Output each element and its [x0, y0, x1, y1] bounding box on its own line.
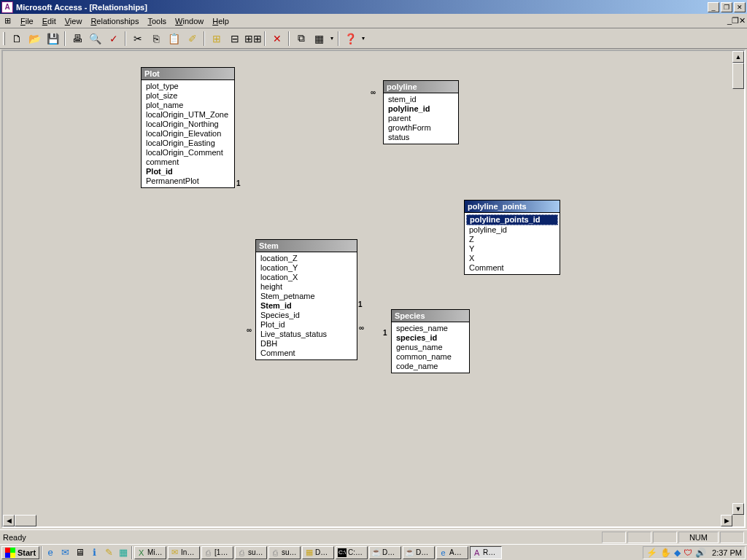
scroll-up-button[interactable]: ▲	[732, 51, 744, 63]
field-location-x[interactable]: location_X	[256, 273, 357, 282]
field-species-id[interactable]: Species_id	[256, 311, 357, 320]
field-stem-petname[interactable]: Stem_petname	[256, 292, 357, 301]
vscroll-thumb[interactable]	[732, 63, 744, 89]
taskbar-clock[interactable]: 2:37 PM	[709, 548, 742, 557]
field-comment[interactable]: comment	[142, 158, 234, 167]
paste-button[interactable]: 📋	[166, 31, 182, 47]
ql-note-icon[interactable]: ✎	[102, 546, 115, 559]
tray-icon[interactable]: ⚡	[646, 548, 657, 558]
field-species-id[interactable]: species_id	[392, 333, 469, 343]
field-live-status[interactable]: Live_status_status	[256, 330, 357, 339]
field-status[interactable]: status	[384, 133, 458, 142]
table-polyline[interactable]: polyline stem_id polyline_id parent grow…	[383, 80, 459, 144]
close-button[interactable]: ✕	[734, 2, 746, 12]
open-button[interactable]: 📂	[26, 31, 43, 47]
table-title[interactable]: polyline_points	[465, 201, 560, 213]
print-button[interactable]: 🖶	[69, 31, 85, 47]
field-dbh[interactable]: DBH	[256, 339, 357, 349]
field-y[interactable]: Y	[465, 244, 560, 254]
menu-edit[interactable]: Edit	[38, 15, 61, 27]
toolbar-grip[interactable]	[3, 32, 5, 45]
show-direct-button[interactable]: ⊟	[226, 31, 243, 47]
field-localorigin-utm-zone[interactable]: localOrigin_UTM_Zone	[142, 110, 234, 120]
properties-button[interactable]: ⧉	[293, 31, 309, 47]
task-item[interactable]: XMi…	[134, 546, 166, 559]
field-polyline-id[interactable]: polyline_id	[465, 225, 560, 235]
field-localorigin-comment[interactable]: localOrigin_Comment	[142, 148, 234, 158]
minimize-button[interactable]: _	[708, 2, 719, 12]
ql-task-icon[interactable]: ▦	[117, 546, 130, 559]
field-localorigin-easting[interactable]: localOrigin_Easting	[142, 139, 234, 148]
spelling-button[interactable]: ✓	[105, 31, 122, 47]
field-height[interactable]: height	[256, 282, 357, 292]
menu-relationships[interactable]: Relationships	[86, 15, 143, 27]
table-polyline-points[interactable]: polyline_points polyline_points_id polyl…	[464, 200, 560, 275]
scroll-down-button[interactable]: ▼	[732, 503, 744, 515]
format-painter-button[interactable]: ✐	[184, 31, 201, 47]
clear-layout-button[interactable]: ✕	[268, 31, 285, 47]
help-button[interactable]: ❓	[342, 31, 359, 47]
system-tray[interactable]: ⚡ ✋ ◆ 🛡 🔊 2:37 PM	[643, 546, 746, 559]
task-item[interactable]: ☕D…	[403, 546, 435, 559]
field-plot-size[interactable]: plot_size	[142, 91, 234, 101]
field-code-name[interactable]: code_name	[392, 362, 469, 371]
scroll-right-button[interactable]: ▶	[721, 515, 732, 526]
field-stem-id[interactable]: stem_id	[384, 95, 458, 104]
field-permanentplot[interactable]: PermanentPlot	[142, 176, 234, 186]
menu-file[interactable]: File	[16, 15, 38, 27]
field-plot-id[interactable]: Plot_id	[256, 320, 357, 330]
table-title[interactable]: Stem	[256, 240, 357, 252]
start-button[interactable]: Start	[1, 546, 39, 559]
field-plot-name[interactable]: plot_name	[142, 101, 234, 110]
field-location-y[interactable]: location_Y	[256, 263, 357, 273]
task-item[interactable]: ▦D…	[302, 546, 334, 559]
field-parent[interactable]: parent	[384, 114, 458, 123]
table-title[interactable]: Plot	[142, 68, 234, 80]
menu-help[interactable]: Help	[208, 15, 233, 27]
task-item[interactable]: ☕D…	[369, 546, 401, 559]
field-comment[interactable]: Comment	[465, 263, 560, 273]
dropdown-button[interactable]: ▾	[329, 31, 335, 47]
ql-info-icon[interactable]: ℹ	[88, 546, 101, 559]
table-title[interactable]: Species	[392, 310, 469, 322]
menu-view[interactable]: View	[61, 15, 87, 27]
field-common-name[interactable]: common_name	[392, 352, 469, 362]
field-localorigin-northing[interactable]: localOrigin_Northing	[142, 120, 234, 129]
menu-tools[interactable]: Tools	[143, 15, 171, 27]
table-stem[interactable]: Stem location_Z location_Y location_X he…	[255, 239, 357, 360]
menu-window[interactable]: Window	[171, 15, 208, 27]
field-localorigin-elevation[interactable]: localOrigin_Elevation	[142, 129, 234, 139]
field-stem-id[interactable]: Stem_id	[256, 301, 357, 311]
task-item[interactable]: ⎙su…	[235, 546, 267, 559]
field-genus-name[interactable]: genus_name	[392, 343, 469, 352]
print-preview-button[interactable]: 🔍	[87, 31, 104, 47]
field-location-z[interactable]: location_Z	[256, 254, 357, 263]
ql-ie-icon[interactable]: e	[44, 546, 57, 559]
table-title[interactable]: polyline	[384, 81, 458, 93]
ql-desktop-icon[interactable]: 🖥	[73, 546, 86, 559]
field-growthform[interactable]: growthForm	[384, 123, 458, 133]
help-dropdown-button[interactable]: ▾	[360, 31, 366, 47]
task-item[interactable]: ✉In…	[168, 546, 200, 559]
task-item[interactable]: C:\C:…	[336, 546, 368, 559]
field-polyline-id[interactable]: polyline_id	[384, 104, 458, 114]
ql-outlook-icon[interactable]: ✉	[58, 546, 71, 559]
restore-button[interactable]: ❐	[721, 2, 732, 12]
field-plot-id[interactable]: Plot_id	[142, 167, 234, 176]
table-plot[interactable]: Plot plot_type plot_size plot_name local…	[141, 67, 235, 188]
field-polyline-points-id[interactable]: polyline_points_id	[466, 214, 558, 225]
scroll-left-button[interactable]: ◀	[3, 515, 15, 526]
database-window-button[interactable]: ▦	[311, 31, 328, 47]
table-species[interactable]: Species species_name species_id genus_na…	[391, 309, 470, 373]
new-button[interactable]: 🗋	[8, 31, 25, 47]
field-plot-type[interactable]: plot_type	[142, 82, 234, 91]
task-item[interactable]: eA…	[436, 546, 468, 559]
vertical-scrollbar[interactable]: ▲ ▼	[732, 51, 744, 515]
task-item[interactable]: ⎙[1…	[201, 546, 233, 559]
horizontal-scrollbar[interactable]: ◀ ▶	[3, 515, 732, 526]
save-button[interactable]: 💾	[44, 31, 61, 47]
tray-icon[interactable]: 🛡	[684, 548, 692, 558]
hscroll-thumb[interactable]	[15, 515, 36, 526]
cut-button[interactable]: ✂	[129, 31, 146, 47]
task-item-active[interactable]: AR…	[470, 546, 502, 559]
